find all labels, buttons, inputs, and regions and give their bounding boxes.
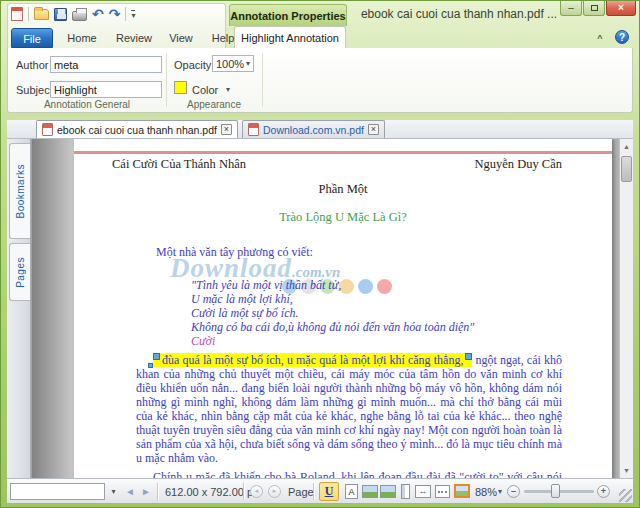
- zoom-percent[interactable]: 88%: [475, 479, 497, 504]
- chevron-down-icon[interactable]: ▾: [106, 483, 121, 500]
- quote-line: Cười: [191, 334, 562, 348]
- author-field[interactable]: [50, 56, 162, 73]
- paragraph-text: ngột ngạt, cái khô khan của những chủ th…: [136, 353, 562, 465]
- quote-line: Không có ba cái đo,ù không đủ nói đến vă…: [191, 320, 562, 334]
- chapter-title: Trào Lộng U Mặc Là Gì?: [74, 210, 612, 224]
- tab-review[interactable]: Review: [109, 28, 159, 48]
- pdf-file-icon: [248, 123, 259, 136]
- header-author-name: Nguyễn Duy Cần: [475, 157, 563, 171]
- maximize-button[interactable]: [583, 1, 605, 16]
- close-tab-icon[interactable]: ×: [368, 124, 379, 135]
- document-viewport[interactable]: Cái Cười Của Thánh Nhân Nguyễn Duy Cần P…: [32, 139, 619, 478]
- window-controls: – ×: [560, 1, 636, 16]
- tab-file[interactable]: File: [11, 28, 53, 48]
- selection-handle[interactable]: [148, 363, 153, 368]
- help-icon[interactable]: ?: [615, 30, 629, 44]
- status-divider: [157, 483, 158, 500]
- tab-view[interactable]: View: [161, 28, 201, 48]
- open-file-icon[interactable]: [34, 9, 49, 20]
- next-view-icon[interactable]: ►: [141, 479, 151, 504]
- previous-view-icon[interactable]: ◄: [125, 479, 135, 504]
- main-area: Bookmarks Pages Cái Cười Của Thánh Nhân …: [7, 139, 633, 478]
- paragraph-text: Chính u mặc đã khiến cho bà Roland, khi …: [136, 470, 562, 478]
- color-swatch[interactable]: [174, 81, 187, 94]
- tab-highlight-annotation[interactable]: Highlight Annotation: [234, 26, 346, 48]
- toolbar-divider: [125, 7, 126, 21]
- pdf-page: Cái Cười Của Thánh Nhân Nguyễn Duy Cần P…: [74, 139, 612, 478]
- ribbon-tab-row: File Home Review View Help Highlight Ann…: [1, 26, 640, 48]
- subject-field[interactable]: [50, 81, 162, 98]
- color-label[interactable]: Color: [192, 84, 218, 96]
- status-divider: [313, 483, 314, 500]
- pdf-file-icon: [42, 123, 53, 136]
- zoom-in-button[interactable]: +: [597, 479, 610, 504]
- part-title: Phần Một: [74, 182, 612, 196]
- subject-label: Subject: [16, 84, 53, 96]
- resize-grip[interactable]: [619, 489, 632, 502]
- doc-tab-label: ebook cai cuoi cua thanh nhan.pdf: [57, 124, 217, 136]
- page-label: Page: [288, 479, 314, 504]
- app-icon[interactable]: [11, 7, 23, 21]
- save-icon[interactable]: [54, 8, 67, 21]
- marquee-zoom-icon[interactable]: [435, 485, 450, 498]
- paragraph-intro: Một nhà văn tây phương có viết:: [156, 245, 562, 259]
- zoom-out-button[interactable]: –: [507, 479, 520, 504]
- highlight-tool-button[interactable]: U: [319, 482, 339, 501]
- doc-tab-active[interactable]: ebook cai cuoi cua thanh nhan.pdf ×: [36, 120, 238, 138]
- opacity-value: 100%: [216, 58, 244, 70]
- close-button[interactable]: ×: [606, 1, 636, 16]
- fit-width-icon[interactable]: [380, 485, 396, 498]
- window-title: ebook cai cuoi cua thanh nhan.pdf ...: [353, 7, 565, 21]
- sidebar-tab-bookmarks[interactable]: Bookmarks: [9, 143, 30, 239]
- next-page-button[interactable]: ►: [268, 479, 281, 504]
- quote-line: "Tình yêu là một vị thần bất tử,: [191, 278, 562, 292]
- paragraph-1: đùa quá là một sự bổ ích, u mặc quá là m…: [136, 353, 562, 465]
- paragraph-2: Chính u mặc đã khiến cho bà Roland, khi …: [136, 470, 562, 478]
- toolbar-divider: [28, 7, 29, 21]
- navigation-pane-tabs: Bookmarks Pages: [7, 139, 31, 478]
- select-text-tool-icon[interactable]: A: [345, 484, 358, 499]
- undo-icon[interactable]: ↶: [92, 8, 104, 20]
- vertical-scrollbar[interactable]: ▲ ▼: [619, 139, 633, 478]
- fit-page-icon[interactable]: [362, 485, 378, 498]
- quote-line: U mặc là một lợi khí,: [191, 292, 562, 306]
- chevron-down-icon[interactable]: ▾: [498, 479, 502, 504]
- sidebar-tab-pages[interactable]: Pages: [9, 243, 30, 301]
- context-group-header: Annotation Properties: [229, 4, 347, 26]
- chevron-down-icon[interactable]: ▾: [226, 85, 230, 94]
- page-running-header: Cái Cười Của Thánh Nhân Nguyễn Duy Cần: [74, 154, 612, 171]
- scroll-down-icon[interactable]: ▼: [620, 463, 633, 478]
- highlight-annotation[interactable]: đùa quá là một sự bổ ích, u mặc quá là m…: [153, 353, 472, 367]
- scrollbar-thumb[interactable]: [621, 156, 632, 182]
- author-label: Author: [16, 59, 48, 71]
- scroll-up-icon[interactable]: ▲: [620, 139, 633, 154]
- previous-page-button[interactable]: ◄: [250, 479, 263, 504]
- redo-icon[interactable]: ↷: [109, 8, 121, 20]
- collapse-ribbon-icon[interactable]: ^: [593, 32, 607, 44]
- doc-tab-label: Download.com.vn.pdf: [263, 124, 364, 136]
- opacity-dropdown[interactable]: 100% ▾: [212, 55, 254, 72]
- chevron-down-icon: ▾: [246, 59, 250, 68]
- customize-toolbar-icon[interactable]: ▾: [131, 10, 135, 19]
- group-label-appearance: Appearance: [166, 99, 262, 110]
- page-number-input[interactable]: [10, 483, 105, 500]
- header-book-title: Cái Cười Của Thánh Nhân: [112, 157, 246, 171]
- group-label-annotation-general: Annotation General: [8, 99, 166, 110]
- close-tab-icon[interactable]: ×: [221, 124, 232, 135]
- doc-tab-inactive[interactable]: Download.com.vn.pdf ×: [242, 120, 385, 138]
- tab-home[interactable]: Home: [59, 28, 105, 48]
- quote-line: Cười là một sự bổ ích.: [191, 306, 562, 320]
- single-page-icon[interactable]: [401, 484, 410, 499]
- print-icon[interactable]: [72, 11, 87, 21]
- zoom-slider-handle[interactable]: [551, 484, 560, 498]
- continuous-scroll-icon[interactable]: ↔: [415, 485, 431, 498]
- group-divider: [262, 53, 263, 107]
- opacity-label: Opacity: [174, 59, 211, 71]
- minimize-button[interactable]: –: [560, 1, 582, 16]
- status-divider: [243, 483, 244, 500]
- ribbon: Author Subject Annotation General Opacit…: [7, 48, 633, 113]
- quick-access-toolbar: ↶ ↷ ▾: [11, 5, 135, 23]
- app-window: ↶ ↷ ▾ Annotation Properties ebook cai cu…: [0, 0, 640, 508]
- full-screen-icon[interactable]: [454, 484, 470, 498]
- status-bar: ▾ ◄ ► 612.00 x 792.00 pt ◄ ► Page U A ↔ …: [7, 478, 633, 503]
